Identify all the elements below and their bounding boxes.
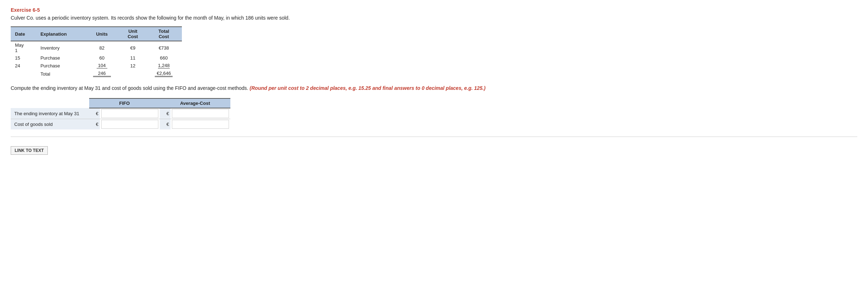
intro-text: Culver Co. uses a periodic inventory sys… [11,15,857,21]
compute-text-before: Compute the ending inventory at May 31 a… [11,85,250,91]
answer-table: FIFO Average-Cost The ending inventory a… [11,98,230,129]
total-cost-cell: €2,646 [146,70,182,78]
unit-cost-cell: €9 [120,41,145,54]
answer-label-ending: The ending inventory at May 31 [11,108,89,119]
exercise-title: Exercise 6-5 [11,7,857,13]
col-header-explanation: Explanation [36,27,84,41]
fifo-input-ending[interactable] [100,108,160,119]
col-header-units: Units [84,27,120,41]
inventory-table: Date Explanation Units UnitCost TotalCos… [11,26,182,78]
avg-euro-2: € [160,119,170,130]
link-to-text-button[interactable]: LINK TO TEXT [11,146,48,155]
col-header-date: Date [11,27,36,41]
avg-ending-inventory-input[interactable] [172,109,229,118]
fifo-ending-inventory-input[interactable] [101,109,158,118]
fifo-input-cogs[interactable] [100,119,160,130]
avg-input-ending[interactable] [170,108,230,119]
table-row: 24 Purchase 104 12 1,248 [11,62,182,70]
fifo-euro-1: € [89,108,100,119]
total-cost-cell: 660 [146,54,182,62]
table-row: May1 Inventory 82 €9 €738 [11,41,182,54]
table-row-total: Total 246 €2,646 [11,70,182,78]
answer-header-avg: Average-Cost [160,98,230,108]
total-cost-cell: 1,248 [146,62,182,70]
avg-euro-1: € [160,108,170,119]
answer-row-cogs: Cost of goods sold € € [11,119,230,130]
col-header-unit-cost: UnitCost [120,27,145,41]
explanation-cell: Inventory [36,41,84,54]
avg-cogs-input[interactable] [172,120,229,129]
answer-header-fifo: FIFO [89,98,160,108]
fifo-cogs-input[interactable] [101,120,158,129]
explanation-cell: Purchase [36,54,84,62]
explanation-cell: Total [36,70,84,78]
date-cell: 24 [11,62,36,70]
answer-label-cogs: Cost of goods sold [11,119,89,130]
compute-text-red: (Round per unit cost to 2 decimal places… [250,85,485,91]
units-cell: 82 [84,41,120,54]
explanation-cell: Purchase [36,62,84,70]
footer-area: LINK TO TEXT [11,137,857,155]
answer-header-empty [11,98,89,108]
date-cell: May1 [11,41,36,54]
units-cell: 60 [84,54,120,62]
col-header-total-cost: TotalCost [146,27,182,41]
unit-cost-cell: 11 [120,54,145,62]
unit-cost-cell: 12 [120,62,145,70]
unit-cost-cell [120,70,145,78]
total-cost-cell: €738 [146,41,182,54]
fifo-euro-2: € [89,119,100,130]
avg-input-cogs[interactable] [170,119,230,130]
units-cell: 104 [84,62,120,70]
compute-text: Compute the ending inventory at May 31 a… [11,85,857,91]
table-row: 15 Purchase 60 11 660 [11,54,182,62]
answer-row-ending-inventory: The ending inventory at May 31 € € [11,108,230,119]
units-cell: 246 [84,70,120,78]
date-cell [11,70,36,78]
date-cell: 15 [11,54,36,62]
